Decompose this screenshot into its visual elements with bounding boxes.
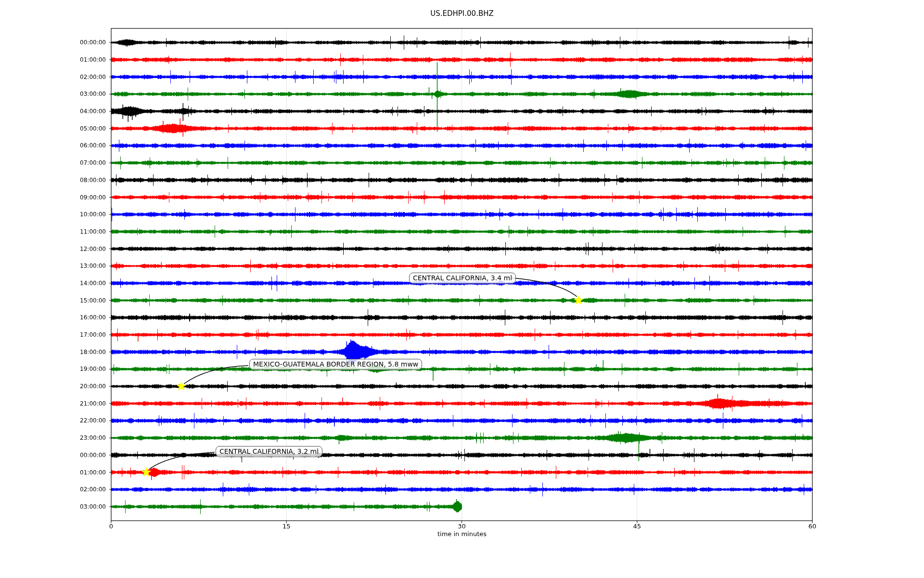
row-time-label: 00:00:00 xyxy=(0,452,106,459)
row-time-label: 06:00:00 xyxy=(0,142,106,149)
row-time-label: 04:00:00 xyxy=(0,108,106,115)
row-time-label: 19:00:00 xyxy=(0,366,106,372)
row-time-label: 13:00:00 xyxy=(0,263,106,269)
x-tick-label: 15 xyxy=(282,523,291,530)
event-annotation: MEXICO-GUATEMALA BORDER REGION, 5.8 mww xyxy=(249,359,422,370)
row-time-label: 18:00:00 xyxy=(0,349,106,355)
row-time-label: 02:00:00 xyxy=(0,74,106,80)
row-time-label: 03:00:00 xyxy=(0,503,106,510)
x-tick-label: 0 xyxy=(109,523,113,530)
x-tick-label: 60 xyxy=(808,523,817,530)
row-time-label: 10:00:00 xyxy=(0,211,106,218)
chart-title: US.EDHPI.00.BHZ xyxy=(0,9,924,18)
row-time-label: 22:00:00 xyxy=(0,417,106,424)
row-time-label: 16:00:00 xyxy=(0,314,106,321)
row-time-label: 21:00:00 xyxy=(0,400,106,407)
row-time-label: 03:00:00 xyxy=(0,91,106,97)
row-time-label: 02:00:00 xyxy=(0,486,106,493)
row-time-label: 01:00:00 xyxy=(0,469,106,476)
figure: US.EDHPI.00.BHZ time in minutes 00:00:00… xyxy=(0,0,924,578)
row-time-label: 17:00:00 xyxy=(0,331,106,338)
row-time-label: 11:00:00 xyxy=(0,228,106,235)
row-time-label: 07:00:00 xyxy=(0,159,106,166)
row-time-label: 14:00:00 xyxy=(0,280,106,287)
row-time-label: 12:00:00 xyxy=(0,246,106,252)
x-tick-label: 30 xyxy=(458,523,466,530)
event-annotation: CENTRAL CALIFORNIA, 3.4 ml xyxy=(409,273,516,284)
row-time-label: 05:00:00 xyxy=(0,125,106,132)
row-time-label: 08:00:00 xyxy=(0,177,106,184)
row-time-label: 09:00:00 xyxy=(0,194,106,201)
row-time-label: 01:00:00 xyxy=(0,56,106,63)
row-time-label: 00:00:00 xyxy=(0,39,106,46)
row-time-label: 20:00:00 xyxy=(0,383,106,390)
x-axis-label: time in minutes xyxy=(0,530,924,538)
x-tick-label: 45 xyxy=(633,523,641,530)
row-time-label: 15:00:00 xyxy=(0,297,106,304)
helicorder-canvas xyxy=(0,0,924,578)
row-time-label: 23:00:00 xyxy=(0,434,106,441)
event-annotation: CENTRAL CALIFORNIA, 3.2 ml xyxy=(216,446,322,457)
